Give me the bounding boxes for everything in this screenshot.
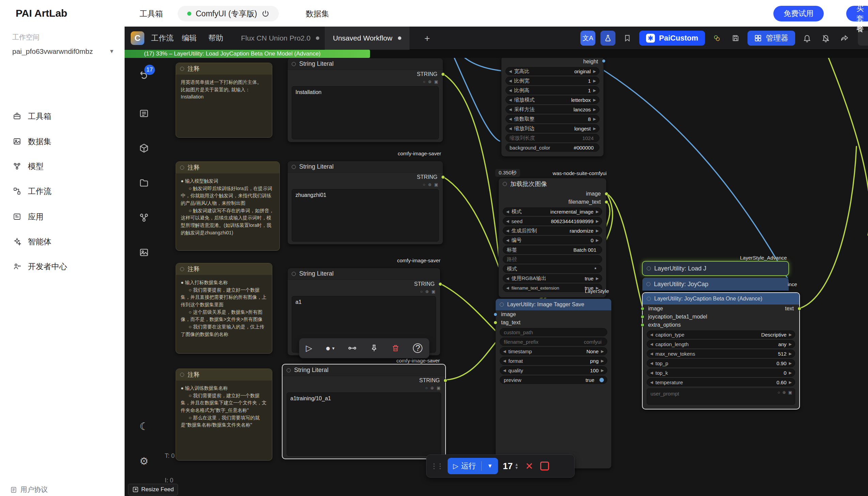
theme-toggle-button[interactable]: ☾ <box>136 418 152 434</box>
decrement-arrow[interactable]: ◀ <box>509 88 512 93</box>
stepper-arrows[interactable]: ▲▼ <box>515 463 518 469</box>
notification-bell-slash-button[interactable] <box>819 31 833 46</box>
node-header[interactable]: String Literal <box>288 161 443 173</box>
plus-circle-icon[interactable]: ⊕ <box>425 289 429 294</box>
widget-format[interactable]: ◀formatpng▶ <box>500 357 607 365</box>
decrement-arrow[interactable]: ◀ <box>503 349 506 354</box>
increment-arrow[interactable]: ▶ <box>789 361 792 366</box>
menu-edit[interactable]: 编辑 <box>182 27 197 50</box>
note-node[interactable]: 注释 用英语简单描述一下打标的图片主体。 比如图片是关于装置的, 就输入：Ins… <box>176 63 272 138</box>
node-header[interactable]: String Literal <box>288 58 443 70</box>
joycaption-beta-one-advance-node[interactable]: LayerUtility: JoyCaption Beta One (Advan… <box>642 292 800 409</box>
collapse-dot[interactable] <box>500 303 504 307</box>
increment-arrow[interactable]: ▶ <box>596 229 599 233</box>
widget-mode[interactable]: ◀模式incremental_image▶ <box>503 207 602 216</box>
decrement-arrow[interactable]: ◀ <box>509 107 512 112</box>
plus-circle-icon[interactable]: ⊕ <box>783 390 786 395</box>
collapse-dot[interactable] <box>647 297 651 301</box>
decrement-arrow[interactable]: ◀ <box>650 371 653 375</box>
decrement-arrow[interactable]: ◀ <box>509 79 512 83</box>
decrement-arrow[interactable]: ◀ <box>503 359 506 363</box>
decrement-arrow[interactable]: ◀ <box>509 98 512 102</box>
node-header[interactable]: String Literal <box>283 365 445 376</box>
widget-scale-w[interactable]: ◀比例宽1▶ <box>505 77 599 85</box>
widget-rgba-output[interactable]: ◀使用RGBA输出true▶ <box>503 274 602 282</box>
widget-scale-length-disabled[interactable]: 缩放到长度1024 <box>505 134 599 142</box>
pin-node-button[interactable] <box>370 344 378 352</box>
model-library-button[interactable] <box>136 210 152 226</box>
node-header[interactable]: 注释 <box>176 162 279 173</box>
pin-icon[interactable]: ▣ <box>437 386 440 390</box>
run-button[interactable]: ▷ 运行 ▼ <box>448 458 498 474</box>
collapse-dot[interactable] <box>503 182 507 186</box>
collapse-dot[interactable] <box>292 62 296 66</box>
menu-workflow[interactable]: 工作流 <box>151 27 174 50</box>
increment-arrow[interactable]: ▶ <box>601 368 604 373</box>
comfyui-logo[interactable]: C <box>131 31 144 45</box>
widget-pattern[interactable]: 模式* <box>503 265 602 273</box>
circle-icon[interactable]: ○ <box>423 79 425 84</box>
widget-control-after-generate[interactable]: ◀生成后控制randomize▶ <box>503 227 602 235</box>
decrement-arrow[interactable]: ▼ <box>515 466 518 469</box>
node-header[interactable]: LayerUtility: JoyCap <box>642 278 789 291</box>
increment-arrow[interactable]: ▶ <box>596 219 599 223</box>
input-connector[interactable] <box>641 323 644 327</box>
string-literal-node[interactable]: String Literal STRING ○⊕▣ Installation <box>287 58 443 142</box>
increment-arrow[interactable]: ▶ <box>601 349 604 354</box>
header-tab-toolbox[interactable]: 工具箱 <box>140 6 163 21</box>
batch-count-stepper[interactable]: 17 ▲▼ <box>503 461 518 471</box>
circle-icon[interactable]: ○ <box>420 289 422 294</box>
widget-scale-side[interactable]: ◀缩放到边longest▶ <box>505 124 599 133</box>
sidebar-item-workflow[interactable]: 工作流 <box>7 182 118 200</box>
string-literal-node-selected[interactable]: String Literal STRING ○⊕▣ a1training/10_… <box>282 364 446 459</box>
workspace-selector[interactable]: pai_pfo63vwarwndif0mbz ▼ <box>12 44 114 59</box>
user-prompt-textarea[interactable]: user_prompt ○⊕▣ <box>647 388 795 405</box>
queue-panel-button[interactable] <box>136 106 152 121</box>
widget-custom-path[interactable]: custom_path <box>500 328 607 336</box>
sidebar-item-agents[interactable]: 智能体 <box>7 233 118 250</box>
node-header[interactable]: 注释 <box>176 263 272 275</box>
input-connector[interactable] <box>494 321 497 325</box>
input-connector[interactable] <box>641 315 644 319</box>
widget-icons[interactable]: ○⊕▣ <box>288 289 440 295</box>
plus-circle-icon[interactable]: ⊕ <box>428 182 432 187</box>
plus-circle-icon[interactable]: ⊕ <box>428 79 432 84</box>
collapse-dot[interactable] <box>180 373 184 377</box>
run-options-chevron[interactable]: ▼ <box>482 463 498 469</box>
height-connector[interactable] <box>602 59 606 63</box>
node-header[interactable]: 加载批次图像 <box>499 178 606 190</box>
widget-max-new-tokens[interactable]: ◀max_new_tokens512▶ <box>647 350 795 358</box>
increment-arrow[interactable]: ▶ <box>789 352 792 356</box>
header-tab-comfyui[interactable]: ComfyUI (专享版) <box>178 6 279 21</box>
run-node-button[interactable]: ▷ <box>306 343 312 353</box>
decrement-arrow[interactable]: ◀ <box>506 286 509 290</box>
output-connector[interactable] <box>605 200 608 204</box>
user-agreement-link[interactable]: 用户协议 <box>10 485 48 494</box>
circle-icon[interactable]: ○ <box>777 390 780 395</box>
increment-arrow[interactable]: ▶ <box>596 210 599 214</box>
widget-caption-length[interactable]: ◀caption_lengthany▶ <box>647 340 795 348</box>
increment-arrow[interactable]: ▶ <box>593 117 596 121</box>
widget-top-k[interactable]: ◀top_k0▶ <box>647 369 795 377</box>
widget-preview[interactable]: previewtrue <box>500 376 607 384</box>
string-value-textarea[interactable]: zhuangzhi01 <box>292 189 439 242</box>
free-trial-button[interactable]: 免费试用 <box>773 6 824 21</box>
settings-button[interactable]: ⚙ <box>136 453 152 469</box>
decrement-arrow[interactable]: ◀ <box>650 352 653 356</box>
increment-arrow[interactable]: ▶ <box>596 276 599 281</box>
increment-arrow[interactable]: ▶ <box>593 79 596 83</box>
widget-icons[interactable]: ○⊕▣ <box>288 79 443 85</box>
output-connector[interactable] <box>441 175 445 179</box>
resize-feed-button[interactable]: Resize Feed <box>128 484 178 495</box>
pin-icon[interactable]: ▣ <box>432 289 435 294</box>
collapse-dot[interactable] <box>647 266 651 270</box>
bookmark-button[interactable] <box>621 31 634 46</box>
widget-icons[interactable]: ○⊕▣ <box>288 182 443 188</box>
circle-icon[interactable]: ○ <box>425 386 428 390</box>
decrement-arrow[interactable]: ◀ <box>650 361 653 366</box>
collapse-dot[interactable] <box>180 67 184 71</box>
output-connector[interactable] <box>438 282 442 286</box>
widget-index[interactable]: ◀编号0▶ <box>503 236 602 244</box>
decrement-arrow[interactable]: ◀ <box>506 238 509 243</box>
image-scale-node[interactable]: height ◀宽高比original▶ ◀比例宽1▶ ◀比例高1▶ ◀缩放模式… <box>501 58 604 157</box>
